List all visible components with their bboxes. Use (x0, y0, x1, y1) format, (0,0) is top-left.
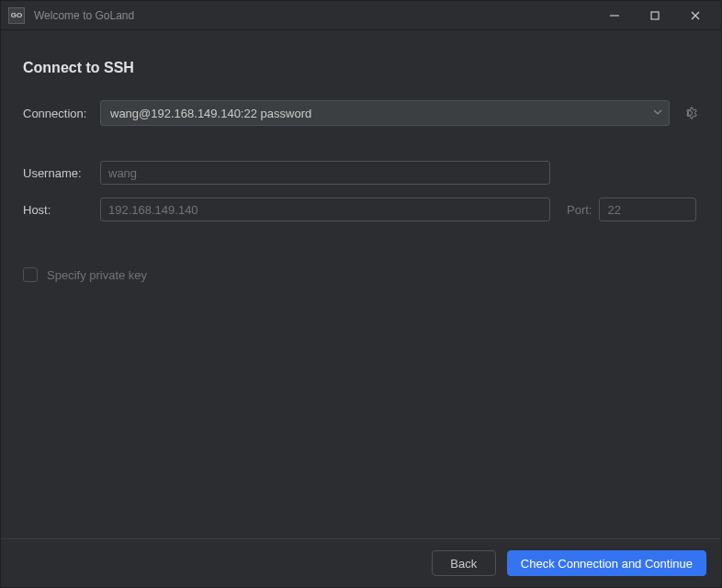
footer: Back Check Connection and Continue (1, 538, 721, 587)
host-row: Host: Port: (23, 198, 699, 221)
back-button[interactable]: Back (432, 550, 496, 576)
app-window: GO Welcome to GoLand Connect to SSH Conn… (0, 0, 722, 588)
username-row: Username: (23, 161, 699, 185)
specify-key-row: Specify private key (23, 267, 699, 282)
window-title: Welcome to GoLand (34, 9, 607, 22)
connection-select[interactable] (100, 100, 670, 126)
specify-key-label: Specify private key (47, 268, 147, 282)
app-icon: GO (8, 7, 25, 24)
host-field[interactable] (100, 198, 550, 221)
content-area: Connect to SSH Connection: Username: Hos… (1, 30, 721, 538)
svg-rect-1 (651, 12, 659, 19)
host-label: Host: (23, 203, 100, 217)
minimize-icon[interactable] (607, 8, 622, 23)
continue-button[interactable]: Check Connection and Continue (507, 550, 706, 576)
connection-label: Connection: (23, 107, 100, 120)
username-label: Username: (23, 166, 100, 180)
specify-key-checkbox[interactable] (23, 267, 38, 282)
page-title: Connect to SSH (23, 60, 699, 76)
gear-icon[interactable] (681, 104, 699, 122)
maximize-icon[interactable] (648, 8, 662, 23)
titlebar: GO Welcome to GoLand (1, 1, 721, 30)
window-controls (607, 8, 714, 23)
port-field[interactable] (599, 198, 696, 221)
username-field[interactable] (100, 161, 550, 185)
port-label: Port: (567, 203, 592, 217)
connection-row: Connection: (23, 100, 699, 126)
close-icon[interactable] (688, 8, 703, 23)
connection-select-wrap (100, 100, 670, 126)
